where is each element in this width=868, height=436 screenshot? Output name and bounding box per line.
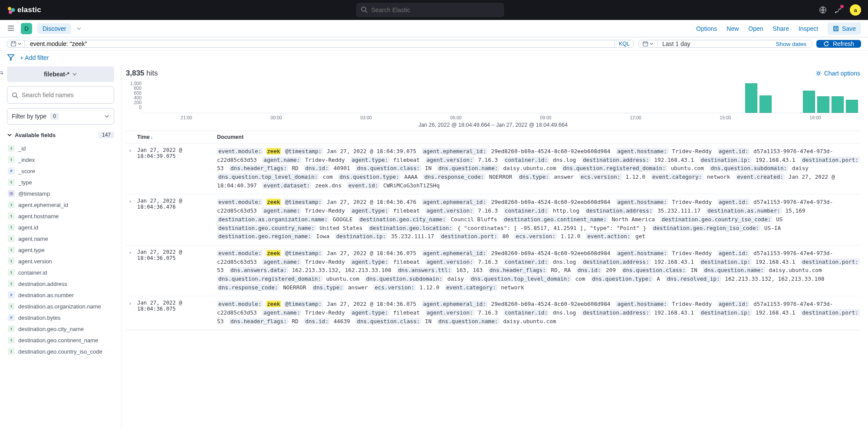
time-picker[interactable]: Last 1 day Show dates (638, 40, 812, 48)
field-item[interactable]: tdestination.address (7, 278, 114, 289)
field-item[interactable]: #destination.bytes (7, 312, 114, 323)
available-fields-header[interactable]: Available fields 147 (7, 131, 114, 138)
query-input[interactable] (25, 40, 615, 47)
field-item[interactable]: tdestination.as.organization.name (7, 301, 114, 312)
svg-rect-13 (643, 42, 648, 46)
index-pattern-name: filebeat-* (44, 71, 69, 78)
field-name: @timestamp (18, 190, 50, 197)
field-item[interactable]: tdestination.geo.country_iso_code (7, 346, 114, 357)
field-item[interactable]: t_id (7, 143, 114, 154)
refresh-icon (823, 41, 829, 47)
field-item[interactable]: tagent.type (7, 244, 114, 256)
chart-options-label: Chart options (824, 70, 860, 77)
chart-plot-area[interactable] (141, 79, 860, 113)
filter-settings-icon[interactable] (7, 53, 16, 62)
chart-options-button[interactable]: Chart options (815, 70, 860, 77)
calendar-icon[interactable] (639, 41, 658, 47)
field-item[interactable]: tagent.name (7, 233, 114, 244)
svg-line-4 (365, 11, 367, 13)
row-time: Jan 27, 2022 @ 18:04:36.075 (135, 249, 217, 292)
sidebar-fields-toggle-icon[interactable]: ⇆ (0, 69, 3, 76)
field-type-icon: t (8, 145, 15, 152)
field-name: destination.as.organization.name (18, 303, 101, 310)
save-label: Save (842, 25, 856, 32)
brand-name: elastic (17, 6, 41, 14)
global-search[interactable] (356, 3, 504, 17)
filter-bar: + Add filter (0, 51, 868, 66)
documents-table: Time↓ Document ›Jan 27, 2022 @ 18:04:39.… (126, 131, 860, 330)
field-type-icon: t (8, 337, 15, 344)
field-item[interactable]: tcontainer.id (7, 267, 114, 278)
newsfeed-icon[interactable] (819, 6, 827, 14)
field-item[interactable]: #destination.as.number (7, 289, 114, 301)
field-item[interactable]: t_index (7, 154, 114, 165)
field-item[interactable]: tagent.id (7, 222, 114, 233)
nav-share[interactable]: Share (773, 25, 789, 32)
save-button[interactable]: Save (828, 23, 861, 35)
field-name: agent.id (18, 224, 38, 231)
row-time: Jan 27, 2022 @ 18:04:36.476 (135, 198, 217, 240)
field-name: agent.type (18, 247, 45, 253)
svg-rect-11 (835, 29, 837, 30)
field-name: agent.version (18, 258, 52, 265)
field-name: _type (18, 179, 32, 186)
global-search-input[interactable] (356, 3, 504, 17)
query-bar: KQL Last 1 day Show dates Refresh (0, 37, 868, 51)
field-type-icon: t (8, 258, 15, 265)
field-item[interactable]: ◷@timestamp (7, 188, 114, 199)
nav-inspect[interactable]: Inspect (799, 25, 818, 32)
col-time[interactable]: Time↓ (135, 134, 217, 140)
refresh-button[interactable]: Refresh (816, 40, 861, 48)
notifications-icon[interactable] (834, 6, 843, 14)
index-pattern-picker[interactable]: filebeat-* (7, 66, 114, 82)
field-type-icon: t (8, 325, 15, 332)
nav-open[interactable]: Open (748, 25, 763, 32)
field-item[interactable]: tagent.ephemeral_id (7, 199, 114, 210)
field-search-input[interactable] (22, 92, 109, 98)
breadcrumb-app[interactable]: Discover (37, 23, 71, 34)
saved-query-button[interactable] (7, 40, 25, 47)
histogram-chart[interactable]: 1,0008006004002000 (126, 79, 860, 113)
field-item[interactable]: tagent.hostname (7, 210, 114, 222)
field-type-icon: # (8, 167, 15, 174)
expand-row-icon[interactable]: › (126, 198, 135, 240)
field-name: _id (18, 145, 26, 152)
field-name: agent.hostname (18, 213, 59, 220)
filter-type-label: Filter by type (12, 113, 46, 120)
chart-y-axis: 1,0008006004002000 (126, 79, 141, 113)
add-filter-button[interactable]: + Add filter (20, 54, 49, 61)
brand-logo[interactable]: elastic (7, 6, 41, 14)
row-time: Jan 27, 2022 @ 18:04:39.075 (135, 147, 217, 190)
field-type-icon: t (8, 246, 15, 253)
field-type-filter[interactable]: Filter by type 0 (7, 108, 114, 125)
chevron-down-icon[interactable] (76, 26, 82, 31)
field-item[interactable]: tdestination.geo.continent_name (7, 334, 114, 346)
expand-row-icon[interactable]: › (126, 249, 135, 292)
svg-point-3 (362, 7, 366, 11)
field-type-icon: t (8, 224, 15, 231)
show-dates-link[interactable]: Show dates (770, 41, 812, 47)
nav-toggle-icon[interactable] (7, 24, 16, 33)
row-document: event.module: zeek @timestamp: Jan 27, 2… (217, 198, 860, 240)
field-name: destination.bytes (18, 315, 61, 321)
col-document[interactable]: Document (217, 134, 860, 140)
field-item[interactable]: t_type (7, 177, 114, 188)
table-header: Time↓ Document (126, 131, 860, 143)
field-search[interactable] (7, 86, 114, 104)
field-item[interactable]: tagent.version (7, 256, 114, 267)
svg-rect-10 (834, 26, 838, 31)
field-item[interactable]: tdestination.geo.city_name (7, 323, 114, 334)
row-document: event.module: zeek @timestamp: Jan 27, 2… (217, 147, 860, 190)
nav-options[interactable]: Options (696, 25, 717, 32)
sort-desc-icon[interactable]: ↓ (151, 134, 153, 140)
expand-row-icon[interactable]: › (126, 147, 135, 190)
query-language-switch[interactable]: KQL (615, 40, 634, 47)
user-avatar[interactable]: a (850, 4, 861, 16)
field-type-icon: t (8, 179, 15, 186)
nav-new[interactable]: New (727, 25, 739, 32)
table-row: ›Jan 27, 2022 @ 18:04:36.075event.module… (126, 245, 860, 296)
field-item[interactable]: #_score (7, 165, 114, 177)
search-icon (361, 6, 368, 13)
row-document: event.module: zeek @timestamp: Jan 27, 2… (217, 249, 860, 292)
expand-row-icon[interactable]: › (126, 300, 135, 325)
